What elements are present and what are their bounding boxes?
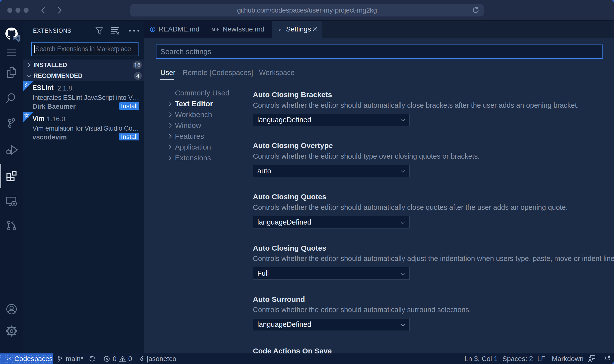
svg-text:M: M <box>212 27 215 32</box>
